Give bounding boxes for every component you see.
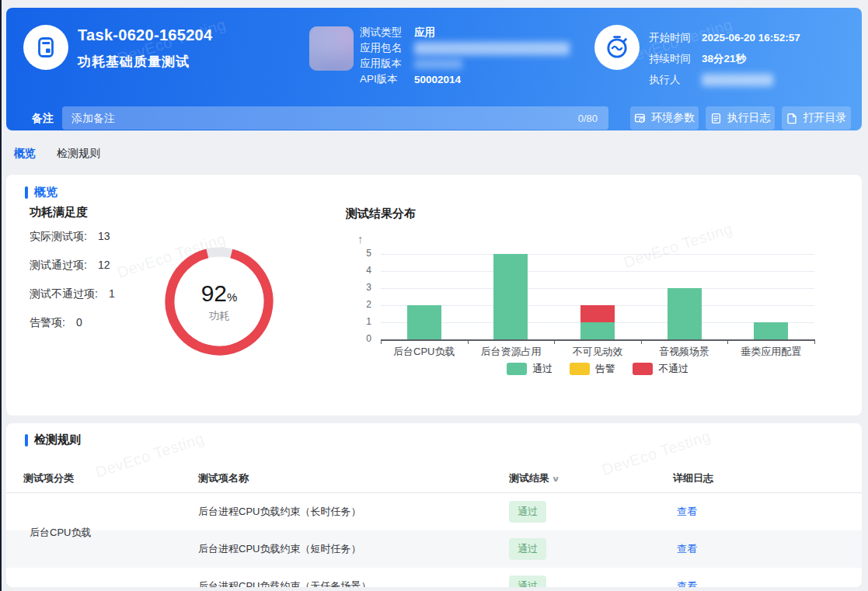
time-info: 开始时间 2025-06-20 16:52:57 持续时间 38分21秒 执行人 bbox=[649, 27, 800, 90]
remark-label: 备注 bbox=[32, 112, 54, 126]
x-axis bbox=[381, 339, 815, 341]
api-version-value: 50002014 bbox=[414, 74, 461, 85]
open-directory-button[interactable]: 打开目录 bbox=[782, 106, 851, 130]
col-log-header: 详细日志 bbox=[667, 471, 776, 485]
x-category-label: 音视频场景 bbox=[641, 345, 728, 359]
duration-label: 持续时间 bbox=[649, 52, 692, 66]
cell-log: 查看 bbox=[667, 579, 776, 587]
view-log-link[interactable]: 查看 bbox=[677, 506, 697, 517]
x-category-label: 不可见动效 bbox=[554, 345, 641, 359]
chart-legend: 通过 告警 不通过 bbox=[381, 362, 814, 376]
legend-swatch bbox=[507, 363, 527, 375]
test-type-label: 测试类型 bbox=[360, 26, 405, 40]
col-name-header: 测试项名称 bbox=[198, 471, 509, 485]
view-log-link[interactable]: 查看 bbox=[677, 580, 697, 587]
y-tick-label: 1 bbox=[347, 316, 371, 327]
bar-segment-通过[interactable] bbox=[580, 322, 615, 339]
gridline bbox=[381, 288, 814, 289]
executor-redacted bbox=[702, 74, 773, 86]
y-axis-arrow-icon: ↑ bbox=[357, 232, 364, 245]
legend-item-告警: 告警 bbox=[570, 362, 615, 376]
open-directory-icon bbox=[786, 113, 798, 124]
result-badge: 通过 bbox=[509, 501, 546, 523]
env-params-label: 环境参数 bbox=[651, 111, 695, 125]
x-axis-tick bbox=[381, 340, 382, 344]
report-tabs: 概览 检测规则 bbox=[14, 147, 100, 165]
executor-label: 执行人 bbox=[649, 73, 692, 87]
bar-segment-通过[interactable] bbox=[754, 322, 788, 339]
tab-detection-rules[interactable]: 检测规则 bbox=[57, 147, 100, 165]
cell-result: 通过 bbox=[509, 538, 667, 560]
y-tick-label: 2 bbox=[347, 299, 371, 310]
bar-segment-通过[interactable] bbox=[668, 288, 702, 339]
table-row: 后台进程CPU负载约束（无任务场景） 通过 查看 bbox=[6, 568, 862, 587]
gridline bbox=[381, 271, 814, 272]
start-time-value: 2025-06-20 16:52:57 bbox=[702, 32, 800, 43]
overview-card: 概览 功耗满足度 实际测试项:13测试通过项:12测试不通过项:1告警项:0 9… bbox=[6, 175, 862, 415]
x-axis-tick bbox=[814, 340, 815, 344]
y-tick-label: 5 bbox=[347, 248, 371, 259]
legend-item-不通过: 不通过 bbox=[633, 362, 688, 376]
bar-segment-不通过[interactable] bbox=[580, 305, 615, 322]
col-result-header[interactable]: 测试结果 ∨ bbox=[509, 471, 667, 485]
rules-section-title: 检测规则 bbox=[34, 433, 81, 447]
env-params-icon bbox=[634, 113, 646, 124]
cell-result: 通过 bbox=[509, 575, 667, 587]
package-name-label: 应用包名 bbox=[360, 41, 405, 55]
rules-table-header: 测试项分类 测试项名称 测试结果 ∨ 详细日志 bbox=[6, 464, 862, 493]
legend-label: 通过 bbox=[532, 362, 553, 376]
task-subtitle: 功耗基础质量测试 bbox=[78, 53, 190, 71]
window-edge bbox=[0, 0, 2, 591]
app-icon bbox=[309, 26, 354, 71]
y-tick-label: 3 bbox=[347, 282, 371, 293]
rule-category: 后台CPU负载 bbox=[30, 526, 91, 540]
tab-overview[interactable]: 概览 bbox=[14, 147, 36, 165]
test-report-page: Task-0620-165204 功耗基础质量测试 测试类型 应用 应用包名 应… bbox=[0, 0, 868, 591]
x-axis-tick bbox=[727, 340, 728, 344]
table-row: 后台进程CPU负载约束（短时任务） 通过 查看 bbox=[6, 530, 862, 568]
task-type-icon bbox=[23, 25, 68, 70]
remark-input-box[interactable]: 0/80 bbox=[62, 106, 608, 130]
rules-table-body: 后台进程CPU负载约束（长时任务） 通过 查看 后台进程CPU负载约束（短时任务… bbox=[6, 493, 862, 587]
detection-rules-card: 检测规则 测试项分类 测试项名称 测试结果 ∨ 详细日志 后台进程CPU负载约束… bbox=[6, 423, 862, 587]
x-category-label: 后台资源占用 bbox=[468, 345, 555, 359]
exec-log-button[interactable]: 执行日志 bbox=[706, 106, 775, 130]
x-category-label: 垂类应用配置 bbox=[727, 345, 814, 359]
cell-log: 查看 bbox=[667, 505, 776, 519]
cell-test-name: 后台进程CPU负载约束（长时任务） bbox=[198, 505, 509, 519]
package-name-redacted bbox=[414, 42, 570, 55]
view-log-link[interactable]: 查看 bbox=[677, 543, 697, 554]
result-badge: 通过 bbox=[509, 575, 546, 587]
x-axis-tick bbox=[468, 340, 469, 344]
start-time-label: 开始时间 bbox=[649, 31, 692, 45]
bar-segment-通过[interactable] bbox=[407, 305, 441, 339]
cell-test-name: 后台进程CPU负载约束（短时任务） bbox=[198, 542, 509, 556]
cell-test-name: 后台进程CPU负载约束（无任务场景） bbox=[198, 579, 509, 587]
exec-log-icon bbox=[710, 113, 722, 124]
env-params-button[interactable]: 环境参数 bbox=[630, 106, 699, 130]
result-badge: 通过 bbox=[509, 538, 546, 560]
api-version-label: API版本 bbox=[360, 72, 405, 86]
remark-counter: 0/80 bbox=[578, 113, 608, 124]
app-version-redacted bbox=[414, 59, 462, 69]
x-axis-tick bbox=[641, 340, 642, 344]
cell-result: 通过 bbox=[509, 501, 667, 523]
legend-label: 告警 bbox=[595, 362, 615, 376]
app-info: 测试类型 应用 应用包名 应用版本 API版本 50002014 bbox=[360, 25, 570, 87]
col-category-header: 测试项分类 bbox=[23, 471, 198, 485]
result-distribution-chart: 012345↑后台CPU负载后台资源占用不可见动效音视频场景垂类应用配置 通过 … bbox=[6, 175, 862, 415]
sort-caret-icon[interactable]: ∨ bbox=[551, 475, 559, 483]
gridline bbox=[381, 254, 814, 255]
y-tick-label: 4 bbox=[347, 265, 371, 276]
x-category-label: 后台CPU负载 bbox=[381, 345, 468, 359]
report-header: Task-0620-165204 功耗基础质量测试 测试类型 应用 应用包名 应… bbox=[6, 8, 862, 130]
legend-item-通过: 通过 bbox=[507, 362, 553, 376]
app-version-label: 应用版本 bbox=[360, 57, 405, 71]
y-tick-label: 0 bbox=[347, 333, 371, 344]
task-id: Task-0620-165204 bbox=[78, 26, 212, 44]
remark-input[interactable] bbox=[62, 106, 578, 130]
cell-log: 查看 bbox=[667, 542, 776, 556]
bar-segment-通过[interactable] bbox=[493, 254, 528, 339]
legend-swatch bbox=[570, 363, 590, 375]
duration-value: 38分21秒 bbox=[702, 52, 746, 66]
